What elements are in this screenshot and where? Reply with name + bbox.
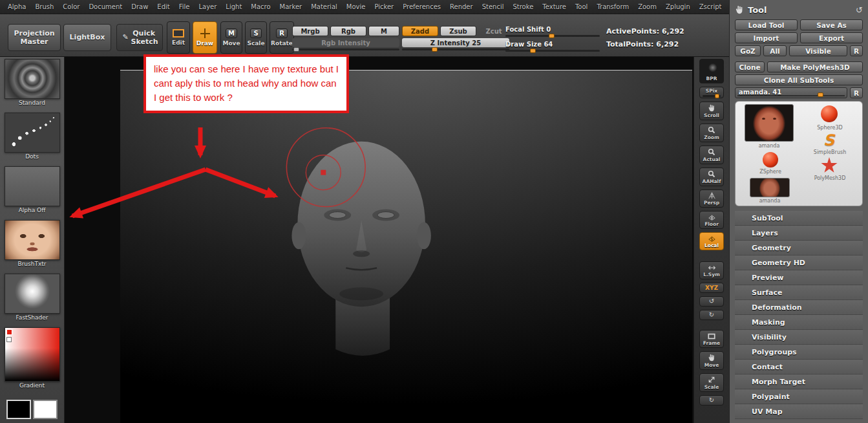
dots-stroke-thumb[interactable] <box>5 113 60 153</box>
focal-shift-handle[interactable] <box>549 34 555 38</box>
switch-color-item[interactable]: SwitchColor <box>5 395 60 423</box>
spix-handle[interactable] <box>715 94 719 98</box>
section-visibility[interactable]: Visibility <box>735 330 863 345</box>
menu-zplugin[interactable]: Zplugin <box>666 3 690 10</box>
section-polygroups[interactable]: Polygroups <box>735 345 863 360</box>
xyz-button[interactable]: XYZ <box>699 283 724 293</box>
rgb-intensity-slider[interactable]: Rgb Intensity <box>292 38 399 52</box>
draw-size-slider[interactable]: Draw Size 64 <box>505 39 600 54</box>
secondary-color-swatch[interactable] <box>6 337 12 342</box>
current-color-swatch[interactable] <box>6 329 12 335</box>
save-as-button[interactable]: Save As <box>800 19 863 30</box>
edit-mode-button[interactable]: Edit <box>167 21 190 54</box>
scroll-button[interactable]: Scroll <box>699 102 724 120</box>
mrgb-button[interactable]: Mrgb <box>292 26 328 36</box>
clone-all-subtools-button[interactable]: Clone All SubTools <box>735 74 863 85</box>
active-tool-slider-handle[interactable] <box>818 92 823 97</box>
export-button[interactable]: Export <box>800 32 863 43</box>
alpha-off-item[interactable]: Alpha Off <box>5 166 60 213</box>
menu-picker[interactable]: Picker <box>374 3 394 10</box>
actual-size-button[interactable]: Actual <box>699 146 724 164</box>
menu-brush[interactable]: Brush <box>35 3 54 10</box>
rgb-intensity-handle[interactable] <box>293 47 299 52</box>
goz-r-button[interactable]: R <box>850 45 863 56</box>
z-intensity-slider[interactable]: Z Intensity 25 <box>402 38 509 52</box>
brush-standard-item[interactable]: Standard <box>5 59 60 106</box>
spix-slider[interactable]: SPix <box>699 87 724 98</box>
section-geometry-hd[interactable]: Geometry HD <box>735 255 863 270</box>
sphere3d-icon[interactable] <box>821 105 838 122</box>
projection-master-button[interactable]: Projection Master <box>8 24 61 51</box>
zsphere-icon[interactable] <box>763 152 778 168</box>
face-texture-thumb[interactable] <box>5 220 60 260</box>
head-model[interactable] <box>120 70 692 423</box>
focal-shift-slider[interactable]: Focal Shift 0 <box>505 25 600 39</box>
aahalf-button[interactable]: AAHalf <box>699 168 724 186</box>
menu-transform[interactable]: Transform <box>597 3 629 10</box>
lsym-button[interactable]: L.Sym <box>699 261 724 279</box>
import-button[interactable]: Import <box>735 32 798 43</box>
draw-mode-button[interactable]: Draw <box>193 21 217 54</box>
menu-zscript[interactable]: Zscript <box>699 3 722 10</box>
scale-mode-button[interactable]: S Scale <box>245 21 267 54</box>
draw-size-handle[interactable] <box>530 49 536 53</box>
menu-stencil[interactable]: Stencil <box>482 3 504 10</box>
menu-stroke[interactable]: Stroke <box>513 3 533 10</box>
white-color-swatch[interactable] <box>33 400 58 419</box>
menu-edit[interactable]: Edit <box>157 3 169 10</box>
simplebrush-icon[interactable]: S <box>823 133 834 148</box>
persp-button[interactable]: Persp <box>699 190 724 208</box>
bpr-render-button[interactable]: BPR <box>699 59 724 83</box>
section-surface[interactable]: Surface <box>735 285 863 300</box>
section-masking[interactable]: Masking <box>735 315 863 330</box>
section-layers[interactable]: Layers <box>735 226 863 241</box>
load-tool-button[interactable]: Load Tool <box>735 19 798 30</box>
local-button[interactable]: Local <box>699 232 724 250</box>
move-mode-button[interactable]: M Move <box>220 21 242 54</box>
standard-brush-thumb[interactable] <box>5 59 60 99</box>
document-canvas[interactable] <box>65 57 693 423</box>
frame-button[interactable]: Frame <box>699 330 724 348</box>
clone-button[interactable]: Clone <box>735 61 765 72</box>
menu-zoom[interactable]: Zoom <box>638 3 657 10</box>
section-preview[interactable]: Preview <box>735 270 863 285</box>
gyro-ccw-button[interactable]: ↺ <box>699 296 724 307</box>
menu-layer[interactable]: Layer <box>198 3 217 10</box>
goz-visible-button[interactable]: Visible <box>789 45 847 56</box>
floor-button[interactable]: Floor <box>699 211 724 229</box>
section-uv-map[interactable]: UV Map <box>735 404 863 419</box>
menu-marker[interactable]: Marker <box>280 3 302 10</box>
stroke-dots-item[interactable]: Dots <box>5 113 60 160</box>
alpha-off-thumb[interactable] <box>5 166 60 206</box>
menu-draw[interactable]: Draw <box>131 3 148 10</box>
menu-color[interactable]: Color <box>63 3 79 10</box>
zoom-button[interactable]: Zoom <box>699 124 724 142</box>
fastshader-material-thumb[interactable] <box>5 274 60 314</box>
menu-document[interactable]: Document <box>89 3 122 10</box>
active-tool-thumb-amanda[interactable] <box>745 104 794 142</box>
tool-thumb-amanda-small[interactable] <box>750 178 790 197</box>
z-intensity-handle[interactable] <box>432 47 438 52</box>
document-area[interactable] <box>120 70 692 423</box>
menu-movie[interactable]: Movie <box>346 3 366 10</box>
canvas-move-button[interactable]: Move <box>699 351 724 370</box>
black-color-swatch[interactable] <box>6 400 31 419</box>
make-polymesh3d-button[interactable]: Make PolyMesh3D <box>767 61 863 72</box>
zadd-button[interactable]: Zadd <box>402 26 438 36</box>
menu-texture[interactable]: Texture <box>542 3 566 10</box>
gyro-extra-button[interactable]: ↻ <box>699 395 724 406</box>
menu-light[interactable]: Light <box>226 3 242 10</box>
polymesh3d-star-icon[interactable] <box>821 157 838 174</box>
goz-button[interactable]: GoZ <box>735 45 761 56</box>
brush-texture-item[interactable]: BrushTxtr <box>5 220 60 267</box>
section-deformation[interactable]: Deformation <box>735 300 863 315</box>
menu-macro[interactable]: Macro <box>251 3 270 10</box>
menu-alpha[interactable]: Alpha <box>8 3 26 10</box>
menu-preferences[interactable]: Preferences <box>403 3 441 10</box>
section-subtool[interactable]: SubTool <box>735 211 863 226</box>
menu-tool[interactable]: Tool <box>575 3 587 10</box>
zsub-button[interactable]: Zsub <box>440 26 476 36</box>
section-geometry[interactable]: Geometry <box>735 241 863 255</box>
color-picker-thumb[interactable] <box>5 327 60 382</box>
m-button[interactable]: M <box>368 26 399 36</box>
